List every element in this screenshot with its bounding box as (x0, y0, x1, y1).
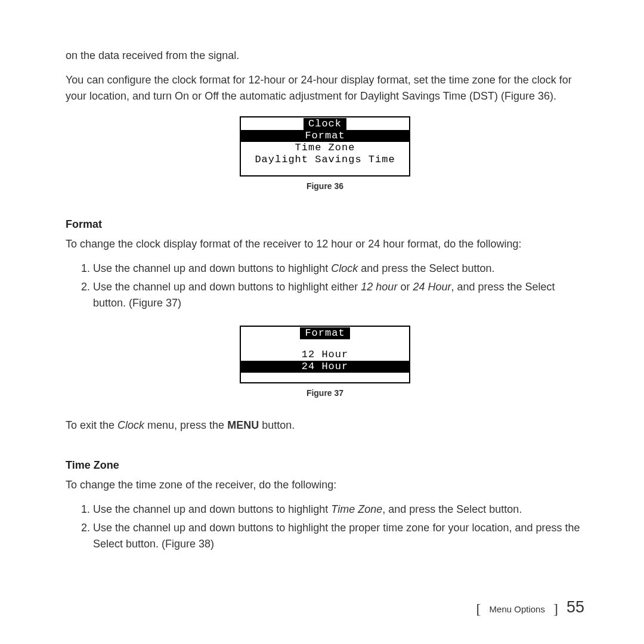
page-footer: [ Menu Options ] 55 (476, 598, 584, 617)
format-step-1: Use the channel up and down buttons to h… (93, 261, 584, 277)
text-italic: Clock (117, 419, 144, 431)
lcd-row-24hour: 24 Hour (241, 361, 409, 373)
exit-clock-line: To exit the Clock menu, press the MENU b… (66, 417, 584, 434)
text: Use the channel up and down buttons to h… (93, 262, 331, 274)
page-content: on the data received from the signal. Yo… (0, 0, 644, 590)
text: Use the channel up and down buttons to h… (93, 281, 361, 293)
text-italic: Clock (331, 262, 358, 274)
lcd-row-format: Format (241, 130, 409, 142)
lcd-row-empty (241, 339, 409, 349)
figure-37-caption: Figure 37 (66, 387, 584, 400)
lcd-row-empty (241, 373, 409, 382)
timezone-lead: To change the time zone of the receiver,… (66, 477, 584, 493)
lcd-row-empty (241, 166, 409, 175)
text-bold: MENU (227, 419, 259, 431)
lcd-title: Format (300, 327, 349, 339)
text-italic: 24 Hour (413, 281, 451, 293)
lcd-title-row: Clock (241, 117, 409, 130)
lcd-screen-clock: Clock Format Time Zone Daylight Savings … (240, 116, 410, 177)
footer-section: Menu Options (490, 604, 545, 614)
text-italic: Time Zone (331, 503, 382, 515)
text: button. (259, 419, 295, 431)
text: Use the channel up and down buttons to h… (93, 503, 331, 515)
figure-36-caption: Figure 36 (66, 180, 584, 193)
heading-format: Format (66, 216, 584, 233)
bracket-right: ] (553, 601, 558, 617)
footer-page-number: 55 (566, 598, 584, 617)
text: To exit the (66, 419, 117, 431)
text: menu, press the (144, 419, 227, 431)
figure-36: Clock Format Time Zone Daylight Savings … (240, 116, 410, 177)
intro-line-1: on the data received from the signal. (66, 48, 584, 64)
timezone-step-2: Use the channel up and down buttons to h… (93, 520, 584, 552)
format-step-2: Use the channel up and down buttons to h… (93, 279, 584, 311)
text: or (397, 281, 413, 293)
lcd-row-timezone: Time Zone (241, 142, 409, 154)
format-steps: Use the channel up and down buttons to h… (66, 261, 584, 311)
bracket-left: [ (476, 601, 481, 617)
text: and press the Select button. (358, 262, 494, 274)
figure-37: Format 12 Hour 24 Hour (240, 326, 410, 383)
lcd-title: Clock (304, 118, 346, 130)
lcd-row-dst: Daylight Savings Time (241, 154, 409, 166)
format-lead: To change the clock display format of th… (66, 236, 584, 252)
lcd-screen-format: Format 12 Hour 24 Hour (240, 326, 410, 383)
heading-timezone: Time Zone (66, 457, 584, 473)
text: , and press the Select button. (382, 503, 522, 515)
timezone-steps: Use the channel up and down buttons to h… (66, 501, 584, 552)
intro-line-2: You can configure the clock format for 1… (66, 72, 584, 104)
timezone-step-1: Use the channel up and down buttons to h… (93, 501, 584, 518)
lcd-title-row: Format (241, 327, 409, 339)
text-italic: 12 hour (361, 281, 397, 293)
lcd-row-12hour: 12 Hour (241, 349, 409, 361)
